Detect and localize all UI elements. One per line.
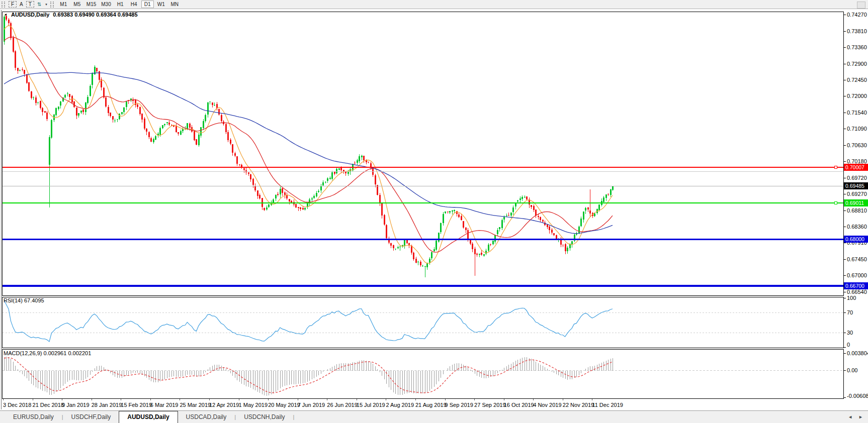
svg-text:27 Sep 2019: 27 Sep 2019	[474, 402, 505, 408]
svg-text:0.70630: 0.70630	[847, 142, 867, 148]
timeframe-h1-button[interactable]: H1	[114, 1, 127, 8]
horizontal-lines[interactable]	[3, 166, 843, 286]
svg-text:7 Jun 2019: 7 Jun 2019	[298, 402, 325, 408]
svg-text:0.73810: 0.73810	[847, 28, 867, 34]
svg-text:0.71540: 0.71540	[847, 110, 867, 116]
tab-eurusd-daily[interactable]: EURUSD,Daily	[5, 411, 62, 423]
svg-text:15 Feb 2019: 15 Feb 2019	[121, 402, 152, 408]
svg-text:0.66540: 0.66540	[847, 289, 867, 295]
text-tool-t-icon[interactable]: T	[26, 1, 34, 8]
svg-text:100: 100	[847, 295, 856, 301]
svg-text:0.67000: 0.67000	[847, 272, 867, 278]
svg-text:9 Jan 2019: 9 Jan 2019	[62, 402, 89, 408]
svg-text:2 Aug 2019: 2 Aug 2019	[386, 402, 414, 408]
panel-borders	[2, 10, 844, 409]
timeframe-m15-button[interactable]: M15	[84, 1, 98, 8]
svg-text:0.72900: 0.72900	[847, 61, 867, 67]
tabs-scroll-right-button[interactable]: ►	[858, 414, 863, 419]
svg-text:20 May 2019: 20 May 2019	[268, 402, 300, 408]
svg-text:6 Mar 2019: 6 Mar 2019	[150, 402, 179, 408]
svg-text:0.68000: 0.68000	[845, 236, 864, 242]
svg-text:0.70180: 0.70180	[847, 158, 867, 164]
svg-text:0.68810: 0.68810	[847, 207, 867, 214]
tab-nav: ◄ ►	[848, 414, 868, 419]
svg-text:22 Nov 2019: 22 Nov 2019	[563, 402, 594, 408]
svg-text:70: 70	[847, 309, 853, 315]
macd-indicator-label: MACD(12,26,9) 0.002961 0.002201	[4, 350, 91, 356]
svg-text:21 Dec 2018: 21 Dec 2018	[33, 402, 64, 408]
svg-text:0.66700: 0.66700	[845, 283, 864, 289]
chart-frame-icon[interactable]: F	[9, 1, 17, 8]
svg-text:0.72450: 0.72450	[847, 77, 867, 83]
svg-text:0.70007: 0.70007	[845, 164, 864, 170]
moving-averages	[4, 25, 613, 263]
svg-text:0.72000: 0.72000	[847, 93, 867, 99]
chart-canvas[interactable]: 0.742700.738100.733600.729000.724500.720…	[0, 0, 868, 423]
svg-text:0.69270: 0.69270	[847, 191, 867, 197]
svg-text:12 Apr 2019: 12 Apr 2019	[209, 402, 239, 408]
tab-usdcnh-daily[interactable]: USDCNH,Daily	[236, 411, 293, 423]
svg-text:0.68360: 0.68360	[847, 224, 867, 230]
rsi-line	[4, 300, 613, 342]
tab-usdchf-daily[interactable]: USDCHF,Daily	[63, 411, 119, 423]
timeframe-m30-button[interactable]: M30	[99, 1, 113, 8]
svg-text:0.71090: 0.71090	[847, 126, 867, 132]
svg-text:1 May 2019: 1 May 2019	[239, 402, 268, 408]
timeframe-m5-button[interactable]: M5	[71, 1, 83, 8]
svg-text:0.69720: 0.69720	[847, 175, 867, 181]
axes-labels: 0.742700.738100.733600.729000.724500.720…	[3, 12, 868, 408]
svg-text:9 Sep 2019: 9 Sep 2019	[445, 402, 473, 408]
svg-text:0.00: 0.00	[847, 367, 857, 373]
svg-text:0.73360: 0.73360	[847, 44, 867, 50]
svg-text:0: 0	[847, 342, 850, 348]
toolbar-grip-2[interactable]	[50, 2, 54, 8]
chart-symbol-period: AUDUSD,Daily	[11, 12, 49, 18]
svg-text:0.69011: 0.69011	[845, 200, 864, 206]
svg-text:25 Mar 2019: 25 Mar 2019	[180, 402, 211, 408]
svg-text:0.003804: 0.003804	[847, 350, 868, 356]
indicator-arrows-icon[interactable]: ⇅	[35, 1, 43, 8]
toolbar-grip[interactable]	[2, 2, 5, 8]
macd-histogram	[5, 357, 613, 395]
svg-text:30: 30	[847, 330, 853, 336]
top-toolbar: F A T ⇅ ▾ M1 M5 M15 M30 H1 H4 D1 W1 MN	[0, 0, 868, 9]
symbol-tabbar: EURUSD,Daily | USDCHF,Daily AUDUSD,Daily…	[0, 410, 868, 423]
timeframe-mn-button[interactable]: MN	[168, 1, 181, 8]
timeframe-d1-button[interactable]: D1	[141, 1, 154, 8]
tab-usdcad-daily[interactable]: USDCAD,Daily	[178, 411, 235, 423]
svg-text:4 Nov 2019: 4 Nov 2019	[533, 402, 561, 408]
dropdown-caret-icon[interactable]: ▾	[44, 1, 48, 8]
svg-text:15 Jul 2019: 15 Jul 2019	[357, 402, 385, 408]
level-gridlines	[3, 313, 843, 371]
chart-title: ▼ AUDUSD,Daily 0.69383 0.69490 0.69364 0…	[4, 12, 138, 18]
svg-text:26 Jun 2019: 26 Jun 2019	[327, 402, 358, 408]
svg-text:0.74270: 0.74270	[847, 12, 867, 18]
mt4-window: F A T ⇅ ▾ M1 M5 M15 M30 H1 H4 D1 W1 MN 0…	[0, 0, 868, 423]
tabs-scroll-left-button[interactable]: ◄	[848, 414, 852, 419]
svg-text:28 Jan 2019: 28 Jan 2019	[92, 402, 122, 408]
timeframe-h4-button[interactable]: H4	[128, 1, 140, 8]
svg-text:0.69485: 0.69485	[845, 183, 864, 189]
svg-text:11 Dec 2019: 11 Dec 2019	[592, 402, 623, 408]
macd-signal-line	[4, 358, 613, 393]
tab-audusd-daily[interactable]: AUDUSD,Daily	[119, 411, 178, 423]
svg-text:3 Dec 2018: 3 Dec 2018	[3, 402, 31, 408]
collapse-triangle-icon[interactable]: ▼	[4, 13, 8, 17]
tab-separator: |	[293, 414, 294, 420]
svg-text:0.67450: 0.67450	[847, 256, 867, 262]
candlesticks	[4, 14, 614, 277]
toolbar-overflow-button[interactable]	[857, 2, 865, 9]
timeframe-m1-button[interactable]: M1	[57, 1, 70, 8]
svg-text:-0.006087: -0.006087	[847, 393, 868, 399]
svg-text:21 Aug 2019: 21 Aug 2019	[415, 402, 447, 408]
rsi-indicator-label: RSI(14) 67.4095	[4, 297, 44, 303]
text-label-a-icon[interactable]: A	[18, 1, 25, 8]
timeframe-w1-button[interactable]: W1	[155, 1, 167, 8]
svg-text:16 Oct 2019: 16 Oct 2019	[504, 402, 534, 408]
chart-ohlc-values: 0.69383 0.69490 0.69364 0.69485	[53, 12, 137, 18]
